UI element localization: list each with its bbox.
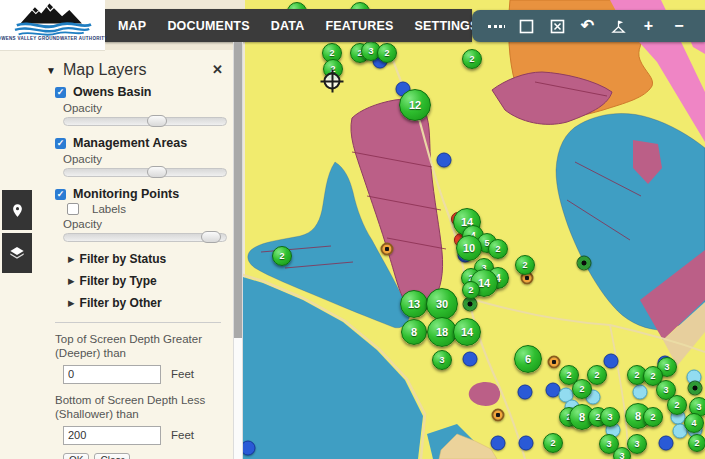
blue-point-dot[interactable] xyxy=(491,436,506,451)
cluster-marker[interactable]: 2 xyxy=(543,433,563,453)
cluster-marker[interactable]: 13 xyxy=(400,290,428,318)
greendark-point-dot[interactable] xyxy=(577,256,592,271)
orange-point-dot[interactable] xyxy=(548,356,561,369)
filter-by-status[interactable]: ▶ Filter by Status xyxy=(68,252,225,266)
triangle-right-icon: ▶ xyxy=(68,298,75,308)
slider-thumb[interactable] xyxy=(201,231,221,243)
cluster-marker[interactable]: 10 xyxy=(456,235,482,261)
nav-item-features[interactable]: FEATURES xyxy=(325,19,393,33)
measure-icon[interactable] xyxy=(486,15,506,37)
cluster-marker[interactable]: 2 xyxy=(462,281,480,299)
cluster-marker[interactable]: 14 xyxy=(453,318,481,346)
labels-checkbox[interactable] xyxy=(67,203,79,215)
depth-bottom-input[interactable] xyxy=(63,426,161,445)
depth-top-label: Top of Screen Depth Greater (Deeper) tha… xyxy=(55,332,213,361)
add-placemark-icon[interactable] xyxy=(608,15,628,37)
blue-point-dot[interactable] xyxy=(659,436,674,451)
blue-point-dot[interactable] xyxy=(463,352,478,367)
clear-selection-icon[interactable] xyxy=(547,15,567,37)
panel-scrollbar[interactable] xyxy=(233,42,243,459)
feet-unit-label: Feet xyxy=(171,368,194,380)
triangle-right-icon: ▶ xyxy=(68,254,75,264)
opacity-label: Opacity xyxy=(63,218,225,230)
ok-button[interactable]: OK xyxy=(63,453,89,459)
logo-caption: OWENS VALLEY GROUNDWATER AUTHORITY xyxy=(0,36,108,41)
layers-icon xyxy=(9,245,25,261)
blue-point-dot[interactable] xyxy=(518,385,533,400)
map-layers-title: Map Layers xyxy=(63,61,147,79)
triangle-right-icon: ▶ xyxy=(68,276,75,286)
location-pin-button[interactable] xyxy=(2,190,32,230)
cluster-marker[interactable]: 2 xyxy=(643,407,663,427)
owens-basin-checkbox[interactable]: ✓ xyxy=(55,87,66,98)
blue-point-dot[interactable] xyxy=(519,436,534,451)
map-toolbar: ↶ + − xyxy=(472,10,705,42)
cyan-point-dot[interactable] xyxy=(633,385,648,400)
owens-basin-opacity-slider[interactable] xyxy=(63,117,227,126)
layers-panel: ▼ Map Layers ✕ ✓ Owens Basin Opacity ✓ M… xyxy=(0,50,233,459)
triangle-down-icon: ▼ xyxy=(46,65,56,76)
mountain-water-logo-icon xyxy=(7,0,99,38)
filter-by-other[interactable]: ▶ Filter by Other xyxy=(68,296,225,310)
ovga-logo[interactable]: OWENS VALLEY GROUNDWATER AUTHORITY xyxy=(0,0,105,51)
monitoring-points-opacity-slider[interactable] xyxy=(63,233,227,242)
cluster-marker[interactable]: 2 xyxy=(572,379,592,399)
opacity-label: Opacity xyxy=(63,102,225,114)
labels-label: Labels xyxy=(92,203,126,215)
depth-top-input[interactable] xyxy=(63,365,161,384)
slider-thumb[interactable] xyxy=(147,115,167,127)
cluster-marker[interactable]: 30 xyxy=(426,288,458,320)
monitoring-points-checkbox[interactable]: ✓ xyxy=(55,189,66,200)
zoom-out-icon[interactable]: − xyxy=(669,15,689,37)
mini-sidebar xyxy=(2,190,32,273)
cluster-marker[interactable]: 2 xyxy=(377,43,397,63)
monitoring-points-label: Monitoring Points xyxy=(73,187,179,201)
clear-button[interactable]: Clear xyxy=(94,453,130,459)
nav-item-settings[interactable]: SETTINGS xyxy=(414,19,478,33)
feet-unit-label: Feet xyxy=(171,429,194,441)
close-icon[interactable]: ✕ xyxy=(212,62,223,77)
cluster-marker[interactable]: 2 xyxy=(272,246,292,266)
cluster-marker[interactable]: 2 xyxy=(462,49,482,69)
cluster-marker[interactable]: 2 xyxy=(667,395,687,415)
blue-point-dot[interactable] xyxy=(437,153,452,168)
zoom-in-icon[interactable]: + xyxy=(639,15,659,37)
layers-button[interactable] xyxy=(2,233,32,273)
nav-item-data[interactable]: DATA xyxy=(271,19,305,33)
management-areas-opacity-slider[interactable] xyxy=(63,168,227,177)
cluster-marker[interactable]: 4 xyxy=(684,413,704,433)
main-navbar: MAP DOCUMENTS DATA FEATURES SETTINGS xyxy=(105,9,472,42)
filter-by-type[interactable]: ▶ Filter by Type xyxy=(68,274,225,288)
management-areas-label: Management Areas xyxy=(73,136,187,150)
cluster-marker[interactable]: 3 xyxy=(600,407,620,427)
nav-item-map[interactable]: MAP xyxy=(118,19,146,33)
locate-crosshair-icon[interactable] xyxy=(324,73,341,90)
owens-basin-label: Owens Basin xyxy=(73,85,152,99)
cluster-marker[interactable]: 6 xyxy=(514,345,542,373)
cluster-marker[interactable]: 2 xyxy=(488,239,508,259)
blue-point-dot[interactable] xyxy=(604,354,619,369)
greendark-point-dot[interactable] xyxy=(688,381,703,396)
management-areas-checkbox[interactable]: ✓ xyxy=(55,138,66,149)
depth-bottom-label: Bottom of Screen Depth Less (Shallower) … xyxy=(55,393,213,422)
cluster-marker[interactable]: 8 xyxy=(401,319,427,345)
slider-thumb[interactable] xyxy=(147,166,167,178)
cluster-marker[interactable]: 2 xyxy=(688,434,705,452)
orange-point-dot[interactable] xyxy=(492,409,505,422)
cluster-marker[interactable]: 12 xyxy=(399,89,431,121)
undo-icon[interactable]: ↶ xyxy=(578,15,598,37)
cluster-marker[interactable]: 3 xyxy=(613,447,631,459)
draw-rectangle-icon[interactable] xyxy=(517,15,537,37)
location-pin-icon xyxy=(10,201,25,220)
divider xyxy=(55,322,221,323)
cluster-marker[interactable]: 3 xyxy=(432,350,452,370)
map-layers-header[interactable]: ▼ Map Layers ✕ xyxy=(46,61,225,79)
cluster-marker[interactable]: 2 xyxy=(515,255,535,275)
groundwater-map-app: 2222322212214451023241422133081814363222… xyxy=(0,0,705,459)
opacity-label: Opacity xyxy=(63,153,225,165)
orange-point-dot[interactable] xyxy=(381,243,394,256)
scrollbar-thumb[interactable] xyxy=(234,42,242,338)
nav-item-documents[interactable]: DOCUMENTS xyxy=(167,19,249,33)
